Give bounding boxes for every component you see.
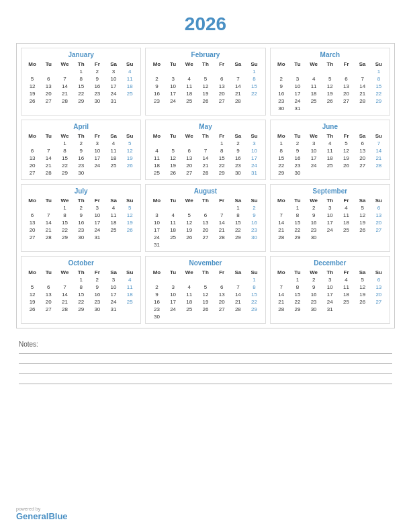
day-cell: 17 bbox=[165, 298, 181, 306]
day-cell: 14 bbox=[273, 291, 289, 298]
day-cell: 9 bbox=[148, 83, 165, 90]
day-cell: 1 bbox=[214, 140, 230, 147]
day-cell: 26 bbox=[24, 97, 40, 105]
day-cell: 2 bbox=[230, 140, 246, 147]
month-block-august: AugustMoTuWeThFrSaSu12345678910111213141… bbox=[145, 184, 265, 252]
weekday-header: Sa bbox=[230, 269, 246, 276]
day-cell bbox=[371, 169, 387, 177]
day-cell: 11 bbox=[181, 83, 197, 90]
day-cell: 29 bbox=[246, 306, 262, 313]
day-cell bbox=[122, 306, 138, 313]
weekday-header: Tu bbox=[289, 132, 306, 140]
day-cell: 8 bbox=[246, 75, 262, 83]
day-cell: 7 bbox=[371, 140, 387, 147]
day-cell: 24 bbox=[165, 97, 181, 105]
day-cell: 13 bbox=[24, 154, 40, 162]
day-cell: 16 bbox=[148, 298, 165, 306]
day-cell: 23 bbox=[73, 162, 89, 169]
day-cell: 12 bbox=[181, 219, 197, 226]
day-cell: 1 bbox=[73, 276, 89, 283]
day-cell: 16 bbox=[306, 219, 322, 226]
day-cell: 6 bbox=[40, 75, 56, 83]
month-table: MoTuWeThFrSaSu12345678910111213141516171… bbox=[148, 132, 262, 177]
weekday-header: Mo bbox=[273, 60, 289, 68]
day-cell: 5 bbox=[122, 204, 138, 212]
year-title: 2026 bbox=[16, 13, 395, 35]
day-cell: 11 bbox=[122, 75, 138, 83]
weekday-header: Tu bbox=[289, 197, 306, 204]
day-cell bbox=[148, 204, 165, 212]
day-cell: 13 bbox=[197, 219, 214, 226]
day-cell: 20 bbox=[214, 298, 230, 306]
weekday-header: Sa bbox=[355, 60, 371, 68]
day-cell bbox=[273, 68, 289, 75]
day-cell bbox=[246, 241, 262, 249]
footer: powered by GeneralBlue bbox=[16, 500, 395, 525]
weekday-header: Mo bbox=[148, 269, 165, 276]
day-cell: 25 bbox=[338, 226, 354, 234]
day-cell: 29 bbox=[214, 169, 230, 177]
day-cell: 22 bbox=[289, 298, 306, 306]
day-cell bbox=[230, 313, 246, 320]
month-table: MoTuWeThFrSaSu12345678910111213141516171… bbox=[148, 197, 262, 249]
day-cell: 21 bbox=[40, 162, 56, 169]
day-cell: 21 bbox=[371, 154, 387, 162]
day-cell: 1 bbox=[56, 204, 73, 212]
day-cell: 2 bbox=[306, 276, 322, 283]
day-cell: 22 bbox=[246, 90, 262, 97]
day-cell: 15 bbox=[246, 291, 262, 298]
day-cell: 13 bbox=[40, 83, 56, 90]
day-cell bbox=[322, 169, 338, 177]
day-cell: 18 bbox=[105, 154, 122, 162]
day-cell: 8 bbox=[73, 283, 89, 291]
day-cell: 12 bbox=[355, 212, 371, 219]
day-cell: 31 bbox=[246, 169, 262, 177]
day-cell: 30 bbox=[73, 169, 89, 177]
month-block-july: JulyMoTuWeThFrSaSu1234567891011121314151… bbox=[21, 184, 141, 252]
day-cell: 20 bbox=[40, 298, 56, 306]
day-cell bbox=[289, 68, 306, 75]
day-cell: 19 bbox=[24, 90, 40, 97]
day-cell bbox=[197, 204, 214, 212]
weekday-header: Tu bbox=[40, 132, 56, 140]
day-cell: 14 bbox=[197, 154, 214, 162]
day-cell: 15 bbox=[56, 154, 73, 162]
day-cell: 18 bbox=[122, 291, 138, 298]
day-cell: 15 bbox=[246, 83, 262, 90]
day-cell: 19 bbox=[24, 298, 40, 306]
weekday-header: Th bbox=[197, 132, 214, 140]
month-table: MoTuWeThFrSaSu12345678910111213141516171… bbox=[273, 60, 387, 112]
day-cell: 21 bbox=[273, 226, 289, 234]
weekday-header: Fr bbox=[89, 269, 105, 276]
weekday-header: Tu bbox=[165, 60, 181, 68]
month-title: June bbox=[273, 123, 387, 130]
day-cell: 12 bbox=[338, 147, 354, 154]
day-cell: 8 bbox=[289, 283, 306, 291]
month-block-march: MarchMoTuWeThFrSaSu123456789101112131415… bbox=[270, 48, 390, 116]
weekday-header: Sa bbox=[230, 197, 246, 204]
day-cell: 23 bbox=[273, 97, 289, 105]
day-cell: 26 bbox=[322, 97, 338, 105]
day-cell bbox=[214, 204, 230, 212]
day-cell bbox=[148, 276, 165, 283]
weekday-header: Th bbox=[73, 197, 89, 204]
day-cell: 19 bbox=[197, 90, 214, 97]
day-cell: 18 bbox=[322, 154, 338, 162]
day-cell bbox=[40, 204, 56, 212]
day-cell: 28 bbox=[230, 97, 246, 105]
day-cell bbox=[355, 105, 371, 112]
day-cell: 27 bbox=[24, 234, 40, 241]
day-cell: 23 bbox=[148, 97, 165, 105]
day-cell bbox=[214, 313, 230, 320]
weekday-header: Sa bbox=[105, 269, 122, 276]
day-cell: 11 bbox=[338, 212, 354, 219]
day-cell: 18 bbox=[148, 162, 165, 169]
weekday-header: Fr bbox=[214, 60, 230, 68]
day-cell: 14 bbox=[230, 291, 246, 298]
weekday-header: Th bbox=[73, 60, 89, 68]
day-cell bbox=[122, 169, 138, 177]
month-block-january: JanuaryMoTuWeThFrSaSu1234567891011121314… bbox=[21, 48, 141, 116]
day-cell: 5 bbox=[165, 147, 181, 154]
day-cell: 3 bbox=[322, 276, 338, 283]
day-cell bbox=[273, 276, 289, 283]
